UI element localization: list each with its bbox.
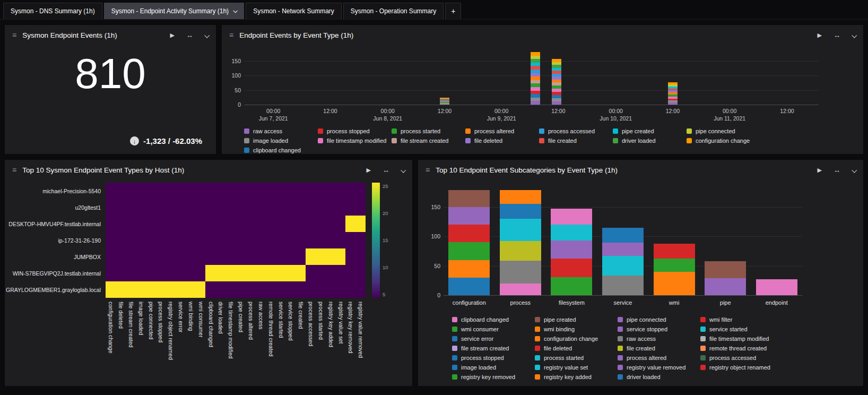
legend-item[interactable]: registry value removed — [618, 364, 700, 371]
heatmap-cell — [275, 281, 285, 298]
legend-label: registry key added — [544, 374, 592, 380]
legend-item[interactable]: registry key added — [535, 374, 618, 380]
legend-item[interactable]: wmi consumer — [452, 326, 535, 332]
legend-item[interactable]: process altered — [618, 355, 700, 361]
legend-item[interactable]: pipe connected — [618, 316, 700, 323]
drag-handle-icon[interactable]: ≡ — [229, 31, 233, 39]
legend-column: process startedfile stream created — [392, 128, 455, 153]
legend-swatch — [535, 327, 540, 332]
heatmap-row-label: GRAYLOGMEMBER1.grayloglab.local — [9, 281, 106, 298]
drag-handle-icon[interactable]: ≡ — [12, 166, 16, 174]
legend-item[interactable]: file deleted — [465, 138, 529, 144]
legend-item[interactable]: file created — [618, 345, 700, 351]
legend-item[interactable]: pipe created — [535, 316, 618, 323]
legend-item[interactable]: file created — [539, 138, 603, 144]
heatmap-cell — [126, 281, 136, 298]
trend-down-icon: ↓ — [130, 136, 139, 145]
tab-endpoint-activity-summary[interactable]: Sysmon - Endpoint Activity Summary (1h) — [104, 3, 244, 19]
legend-item[interactable]: raw access — [244, 128, 308, 134]
legend-item[interactable]: configuration change — [535, 336, 618, 342]
legend-item[interactable]: process altered — [465, 128, 529, 134]
colorbar-tick-label: 25 — [383, 183, 388, 189]
legend-item[interactable]: process started — [392, 128, 455, 134]
heatmap-cell — [166, 183, 176, 199]
heatmap-cell — [246, 248, 256, 265]
heatmap-cell — [155, 281, 166, 298]
colorbar-tick-label: 20 — [383, 210, 388, 216]
resize-horizontal-icon[interactable]: ↔ — [834, 167, 840, 174]
legend-item[interactable]: driver loaded — [613, 138, 676, 144]
x-axis-tick-label: 00:00Jun 11, 2021 — [714, 108, 745, 122]
legend-item[interactable]: registry object renamed — [700, 364, 783, 371]
legend-item[interactable]: process stopped — [318, 128, 381, 134]
legend-item[interactable]: process stopped — [452, 355, 535, 361]
heatmap-cell — [275, 183, 285, 199]
legend-item[interactable]: process started — [535, 355, 618, 361]
chevron-down-icon[interactable] — [852, 32, 856, 39]
legend-item[interactable]: clipboard changed — [452, 316, 535, 323]
chevron-down-icon[interactable] — [205, 32, 209, 39]
heatmap-x-labels: configuration changefile deletedfile str… — [106, 298, 366, 381]
panel-header: ≡ Top 10 Sysmon Endpoint Event Types by … — [5, 160, 412, 180]
legend-item[interactable]: service error — [452, 336, 535, 342]
events-by-type-xaxis: 00:00Jun 7, 202112:0000:00Jun 8, 202112:… — [244, 108, 819, 123]
legend-item[interactable]: image loaded — [244, 138, 308, 144]
legend-item[interactable]: wmi filter — [700, 316, 783, 323]
legend-item[interactable]: wmi binding — [535, 326, 618, 332]
x-axis-tick-label: 00:00Jun 9, 2021 — [487, 108, 516, 122]
add-tab-button[interactable]: + — [445, 3, 461, 19]
bar-segment — [602, 276, 644, 295]
legend-item[interactable]: registry value set — [535, 364, 618, 371]
legend-item[interactable]: image loaded — [452, 364, 535, 371]
play-icon[interactable]: ▶ — [818, 32, 822, 38]
dashboard-row-2: ≡ Top 10 Sysmon Endpoint Event Types by … — [0, 154, 868, 387]
chevron-down-icon[interactable] — [852, 167, 856, 174]
bar-segment — [654, 272, 695, 295]
legend-swatch — [318, 138, 323, 143]
bar-segment — [448, 190, 490, 207]
legend-item[interactable]: remote thread created — [700, 345, 783, 351]
bar-segment — [705, 278, 746, 295]
play-icon[interactable]: ▶ — [170, 32, 175, 38]
resize-horizontal-icon[interactable]: ↔ — [383, 167, 389, 174]
resize-horizontal-icon[interactable]: ↔ — [186, 32, 193, 39]
legend-item[interactable]: process accessed — [700, 355, 783, 361]
play-icon[interactable]: ▶ — [367, 167, 371, 173]
legend-item[interactable]: file timestamp modified — [318, 138, 381, 144]
heatmap-cell — [166, 265, 176, 281]
legend-item[interactable]: file stream created — [452, 345, 535, 351]
legend-item[interactable]: pipe created — [613, 128, 676, 134]
legend-item[interactable]: pipe connected — [687, 128, 750, 134]
play-icon[interactable]: ▶ — [818, 167, 822, 173]
drag-handle-icon[interactable]: ≡ — [426, 166, 430, 174]
legend-label: wmi consumer — [461, 326, 499, 332]
heatmap-cell — [145, 281, 155, 298]
legend-item[interactable]: raw access — [618, 336, 700, 342]
drag-handle-icon[interactable]: ≡ — [12, 31, 16, 39]
heatmap-column-label-text: registry key removed — [348, 302, 354, 353]
heatmap-cell — [285, 183, 296, 199]
legend-item[interactable]: file stream created — [392, 138, 455, 144]
heatmap-cell — [106, 232, 116, 248]
legend-item[interactable]: file deleted — [535, 345, 618, 351]
tab-operation-summary[interactable]: Sysmon - Operation Summary — [343, 3, 444, 19]
legend-item[interactable]: process accessed — [539, 128, 603, 134]
resize-horizontal-icon[interactable]: ↔ — [834, 32, 840, 39]
chevron-down-icon[interactable] — [401, 167, 405, 174]
tab-dns-summary[interactable]: Sysmon - DNS Summary (1h) — [3, 3, 102, 19]
tab-network-summary[interactable]: Sysmon - Network Summary — [246, 3, 342, 19]
legend-item[interactable]: service started — [700, 326, 783, 332]
legend-item[interactable]: driver loaded — [618, 374, 700, 380]
legend-item[interactable]: registry key removed — [452, 374, 535, 380]
heatmap-cell — [225, 248, 236, 265]
bar-segment — [500, 261, 541, 284]
heatmap-column-label: file stream created — [126, 298, 136, 381]
heatmap-cell — [345, 199, 355, 216]
heatmap-cell — [136, 281, 146, 298]
legend-item[interactable]: service stopped — [618, 326, 700, 332]
legend-item[interactable]: clipboard changed — [244, 147, 308, 153]
legend-item[interactable]: configuration change — [687, 138, 750, 144]
x-axis-category-label: pipe — [700, 299, 751, 306]
heatmap-cell — [215, 248, 225, 265]
legend-item[interactable]: file timestamp modified — [700, 336, 783, 342]
